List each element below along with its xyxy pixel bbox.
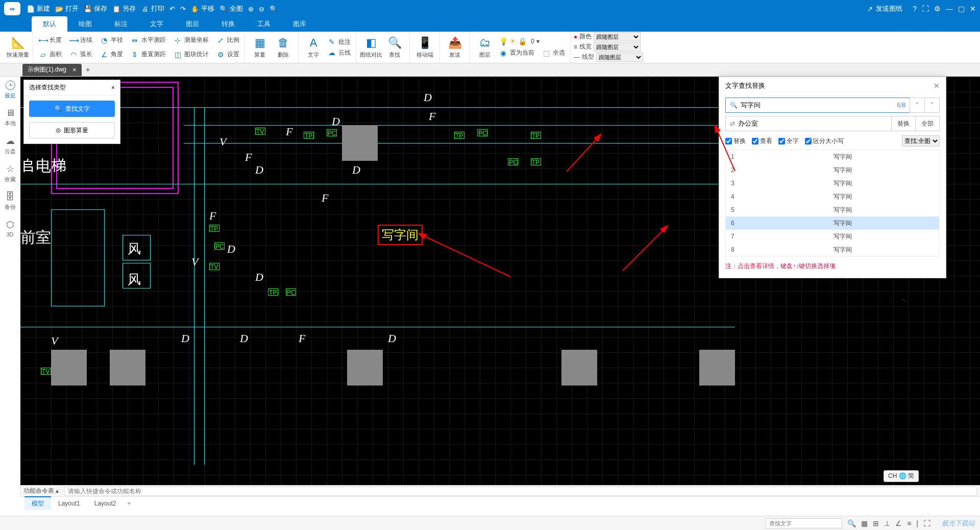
titlebar-print[interactable]: 🖨打印 <box>141 4 164 13</box>
statusbar-polar-icon[interactable]: ∠ <box>895 519 902 527</box>
statusbar-grid-icon[interactable]: ▦ <box>861 519 868 527</box>
document-tab-active[interactable]: 示例图(1).dwg × <box>22 64 82 76</box>
minimize-icon[interactable]: — <box>946 5 953 13</box>
find-scope-select[interactable]: 查找:全图 <box>902 135 940 147</box>
measure-length[interactable]: ⟷长度 <box>36 35 64 45</box>
tab-layer[interactable]: 图层 <box>175 16 210 32</box>
result-row-4[interactable]: 4写字间 <box>726 190 939 203</box>
opt-replace-checkbox[interactable]: 替换 <box>725 137 746 146</box>
layout-tab-layout2[interactable]: Layout2 <box>87 498 124 509</box>
prop-linetype[interactable]: ―线型跟随图层 <box>574 53 643 62</box>
result-row-2[interactable]: 2写字间 <box>726 163 939 177</box>
sidebar-item-local[interactable]: 🖥本地 <box>5 108 16 127</box>
result-row-5[interactable]: 5写字间 <box>726 203 939 216</box>
search-type-close-icon[interactable]: × <box>111 84 115 91</box>
replace-input[interactable] <box>738 120 887 128</box>
statusbar-search-icon[interactable]: 🔍 <box>847 519 856 527</box>
statusbar-fullscreen-icon[interactable]: ⛶ <box>923 519 930 527</box>
tab-tools[interactable]: 工具 <box>246 16 282 32</box>
result-row-6[interactable]: 6写字间 <box>726 216 939 230</box>
find-input[interactable] <box>741 102 897 109</box>
result-row-8[interactable]: 8写字间 <box>726 243 939 256</box>
titlebar-zoomout[interactable]: ⊖ <box>259 5 264 13</box>
measure-settings[interactable]: ⚙设置 <box>214 49 241 60</box>
titlebar-save[interactable]: 💾保存 <box>84 4 107 13</box>
calc-button[interactable]: ▦算量 <box>248 33 272 62</box>
sidebar-item-cloud[interactable]: ☁云盘 <box>5 135 16 155</box>
titlebar-open[interactable]: 📂打开 <box>55 4 79 13</box>
measure-arc[interactable]: ◠弧长 <box>67 49 94 60</box>
replace-button[interactable]: 替换 <box>891 116 916 131</box>
find-next-button[interactable]: ˅ <box>924 98 940 113</box>
mobile-button[interactable]: 📱移动端 <box>413 33 436 62</box>
titlebar-new[interactable]: 📄新建 <box>27 4 50 13</box>
measure-horizontal[interactable]: ⇔水平测距 <box>128 35 168 45</box>
compare-button[interactable]: ◧图纸对比 <box>359 33 383 62</box>
statusbar-ortho-icon[interactable]: ⊥ <box>884 519 890 527</box>
tab-gallery[interactable]: 图库 <box>282 16 317 32</box>
find-prev-button[interactable]: ˄ <box>910 98 925 113</box>
add-layout-button[interactable]: + <box>123 500 135 507</box>
result-row-7[interactable]: 7写字间 <box>726 230 939 243</box>
sidebar-item-3d[interactable]: ⬡3D <box>6 219 14 237</box>
measure-continuous[interactable]: ⟿连续 <box>67 35 94 45</box>
titlebar-zoomin[interactable]: ⊕ <box>248 5 254 13</box>
statusbar-lineweight-icon[interactable]: ≡ <box>907 519 911 527</box>
statusbar-search-input[interactable] <box>766 518 842 528</box>
measure-radius[interactable]: ◔半径 <box>97 35 125 45</box>
new-tab-button[interactable]: + <box>86 65 90 75</box>
opt-whole-word-checkbox[interactable]: 全字 <box>778 137 799 146</box>
layer-button[interactable]: 🗂图层 <box>473 33 497 62</box>
quick-measure-button[interactable]: 📐快速测量 <box>6 33 30 62</box>
titlebar-pan[interactable]: ✋平移 <box>191 4 214 13</box>
layout-tab-model[interactable]: 模型 <box>24 496 51 510</box>
command-input[interactable] <box>64 487 977 496</box>
statusbar-snap-icon[interactable]: ⊞ <box>873 519 879 527</box>
text-button[interactable]: A文字 <box>302 33 325 62</box>
titlebar-redo[interactable]: ↷ <box>180 5 186 13</box>
set-current-layer[interactable]: ◉置为当前 <box>497 47 536 58</box>
opt-view-checkbox[interactable]: 查看 <box>752 137 772 146</box>
select-all-layer[interactable]: ⬚全选 <box>540 47 567 58</box>
result-row-3[interactable]: 3写字间 <box>726 177 939 190</box>
tab-default[interactable]: 默认 <box>32 16 67 32</box>
result-row-1[interactable]: 1写字间 <box>726 150 939 163</box>
layer-dropdown[interactable]: 💡☀🔒0 ▾ <box>497 36 567 46</box>
prop-color[interactable]: ●颜色跟随图层 <box>574 32 643 41</box>
maximize-icon[interactable]: ▢ <box>958 5 965 13</box>
annotation-button[interactable]: ✎批注 <box>325 37 353 47</box>
titlebar-undo[interactable]: ↶ <box>169 5 175 13</box>
measure-vertical[interactable]: ⇕垂直测距 <box>128 49 168 60</box>
sidebar-item-backup[interactable]: 🗄备份 <box>5 191 16 211</box>
sidebar-item-recent[interactable]: 🕒最近 <box>5 80 16 100</box>
search-graphic-button[interactable]: ◎图形算量 <box>29 122 115 138</box>
tab-annotate[interactable]: 标注 <box>103 16 139 32</box>
find-button[interactable]: 🔍查找 <box>383 33 406 62</box>
replace-all-button[interactable]: 全部 <box>915 116 940 131</box>
titlebar-zoomall[interactable]: 🔍全图 <box>219 4 243 13</box>
measure-scale[interactable]: ⤢比例 <box>214 35 241 45</box>
close-icon[interactable]: ✕ <box>970 5 976 13</box>
measure-angle[interactable]: ∠角度 <box>97 49 125 60</box>
help-icon[interactable]: ? <box>913 5 917 13</box>
measure-coord[interactable]: ⊹测量坐标 <box>171 35 211 45</box>
measure-area[interactable]: ▱面积 <box>36 49 64 60</box>
titlebar-saveas[interactable]: 📋另存 <box>112 4 136 13</box>
settings-icon[interactable]: ⚙ <box>934 5 941 13</box>
tab-draw[interactable]: 绘图 <box>67 16 103 32</box>
sidebar-item-favorite[interactable]: ☆收藏 <box>5 163 16 183</box>
prop-lineweight[interactable]: ≡线宽跟随图层 <box>574 42 643 52</box>
find-panel-close-icon[interactable]: ✕ <box>934 82 940 90</box>
search-text-button[interactable]: 🔍查找文字 <box>29 101 115 117</box>
close-tab-icon[interactable]: × <box>72 66 77 74</box>
tab-text[interactable]: 文字 <box>139 16 175 32</box>
measure-block-stats[interactable]: ◫图块统计 <box>171 49 211 60</box>
delete-button[interactable]: 🗑删除 <box>272 33 295 62</box>
fullscreen-icon[interactable]: ⛶ <box>922 5 929 13</box>
cloud-button[interactable]: ☁云线 <box>325 47 353 58</box>
opt-case-checkbox[interactable]: 区分大小写 <box>805 137 844 146</box>
layout-tab-layout1[interactable]: Layout1 <box>51 498 87 509</box>
command-label[interactable]: 功能命令表 ▴ <box>23 487 64 495</box>
titlebar-zoomwindow[interactable]: 🔍 <box>270 5 278 13</box>
tab-convert[interactable]: 转换 <box>210 16 246 32</box>
